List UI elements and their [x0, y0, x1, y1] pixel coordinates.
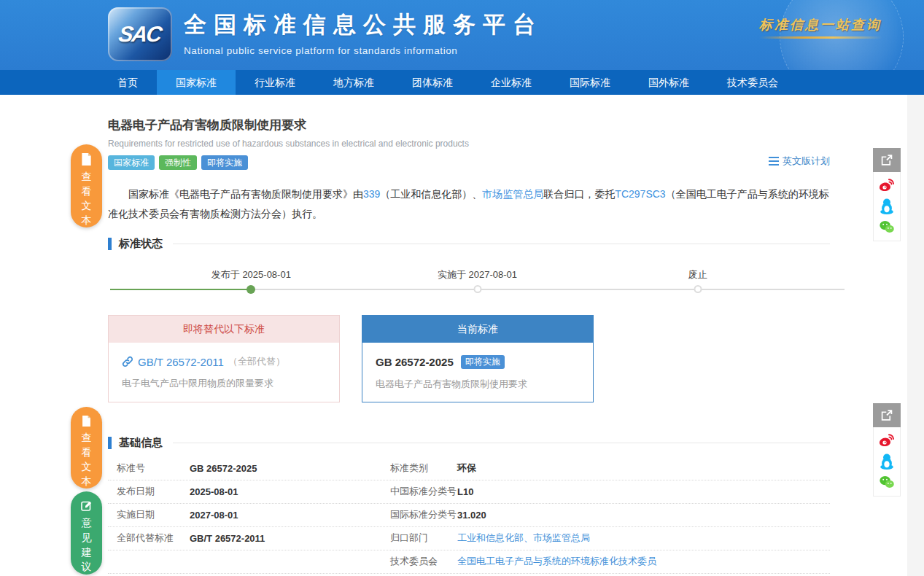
timeline-done-segment: [110, 289, 251, 290]
timeline-label: 废止: [688, 268, 707, 281]
info-row: 发布日期2025-08-01中国标准分类号L10: [108, 480, 830, 504]
weibo-icon[interactable]: [877, 432, 896, 449]
wechat-icon[interactable]: [877, 474, 896, 491]
replaced-standard-desc: 电子电气产品中限用物质的限量要求: [122, 377, 326, 390]
summary-link[interactable]: 339: [363, 188, 380, 200]
sac-logo-text: SAC: [117, 22, 163, 47]
replaced-standard-card: 即将替代以下标准 GB/T 26572-2011 （全部代替） 电子电气产品中限…: [108, 315, 340, 402]
current-standard-desc: 电器电子产品有害物质限制使用要求: [376, 378, 580, 391]
slogan-underline: [759, 36, 882, 39]
timeline-label: 实施于 2027-08-01: [438, 268, 517, 281]
nav-item-group-standards[interactable]: 团体标准: [393, 70, 472, 95]
view-text-label: 查看文本: [81, 430, 92, 489]
view-text-label: 查看文本: [81, 169, 92, 227]
english-version-plan-link[interactable]: 英文版计划: [769, 155, 830, 168]
timeline-node-pending: [694, 285, 702, 293]
standard-badge: 强制性: [159, 155, 197, 170]
standard-summary: 国家标准《电器电子产品有害物质限制使用要求》由339（工业和信息化部）、市场监管…: [108, 184, 830, 224]
info-value: 31.020: [457, 510, 830, 521]
section-bar: [108, 437, 112, 449]
page-title: 电器电子产品有害物质限制使用要求: [108, 117, 830, 133]
current-card-header: 当前标准: [362, 316, 593, 343]
site-slogan: 标准信息一站查询: [759, 16, 882, 39]
section-header-basic-info: 基础信息: [108, 436, 830, 450]
standard-badge: 国家标准: [108, 155, 155, 170]
status-timeline: 发布于 2025-08-01实施于 2027-08-01废止: [108, 260, 850, 300]
weibo-icon[interactable]: [877, 176, 896, 194]
nav-item-home[interactable]: 首页: [98, 70, 157, 95]
nav-item-enterprise-standards[interactable]: 企业标准: [472, 70, 551, 95]
share-button[interactable]: [873, 148, 901, 172]
summary-link[interactable]: TC297SC3: [615, 188, 665, 200]
info-label: 全部代替标准: [117, 532, 190, 545]
qq-icon[interactable]: [877, 452, 896, 471]
feedback-button[interactable]: 意见建议: [71, 491, 102, 575]
nav-item-technical-committees[interactable]: 技术委员会: [708, 70, 797, 95]
nav-item-industry-standards[interactable]: 行业标准: [236, 70, 314, 95]
replaced-standard-link[interactable]: GB/T 26572-2011: [138, 356, 224, 368]
nav-item-local-standards[interactable]: 地方标准: [314, 70, 393, 95]
summary-link[interactable]: 市场监管总局: [482, 188, 543, 200]
site-header: SAC 全国标准信息公共服务平台 National public service…: [0, 0, 924, 70]
summary-text: （工业和信息化部）、: [380, 188, 482, 200]
info-value-link[interactable]: 全国电工电子产品与系统的环境标准化技术委员: [457, 555, 830, 568]
info-label: 实施日期: [117, 508, 190, 521]
standard-badge: 即将实施: [201, 155, 248, 170]
section-divider: [173, 244, 830, 244]
replaced-card-body: GB/T 26572-2011 （全部代替） 电子电气产品中限用物质的限量要求: [109, 343, 339, 401]
nav-item-national-standards[interactable]: 国家标准: [157, 70, 236, 95]
status-badge: 即将实施: [461, 355, 505, 369]
section-divider: [173, 443, 830, 443]
info-value: 2027-08-01: [190, 510, 390, 521]
info-value-link[interactable]: 工业和信息化部、市场监管总局: [457, 532, 830, 545]
info-value: GB/T 26572-2011: [190, 533, 390, 544]
edit-icon: [81, 500, 93, 512]
info-value: 2025-08-01: [190, 486, 390, 497]
info-label: 国际标准分类号: [390, 508, 457, 521]
document-icon: [81, 153, 92, 166]
section-title-status: 标准状态: [119, 237, 163, 251]
timeline-line: 发布于 2025-08-01实施于 2027-08-01废止: [110, 289, 845, 290]
standard-cards: 即将替代以下标准 GB/T 26572-2011 （全部代替） 电子电气产品中限…: [108, 315, 830, 402]
english-version-plan-label: 英文版计划: [783, 155, 830, 168]
info-value: 环保: [457, 462, 830, 475]
timeline-node-pending: [473, 285, 481, 293]
site-brand: 全国标准信息公共服务平台 National public service pla…: [184, 9, 543, 56]
section-header-status: 标准状态: [108, 237, 830, 251]
qq-icon[interactable]: [877, 197, 896, 216]
share-widget: [873, 403, 901, 497]
info-row: 标准号GB 26572-2025标准类别环保: [108, 457, 830, 480]
site-slogan-text: 标准信息一站查询: [759, 17, 882, 32]
info-label: 发布日期: [117, 485, 190, 498]
chain-link-icon: [122, 356, 133, 367]
timeline-label: 发布于 2025-08-01: [211, 268, 291, 281]
current-standard-card: 当前标准 GB 26572-2025 即将实施 电器电子产品有害物质限制使用要求: [362, 315, 594, 402]
summary-text: 国家标准《电器电子产品有害物质限制使用要求》由: [128, 188, 363, 200]
share-widget: [873, 148, 901, 241]
info-label: 标准类别: [390, 462, 457, 475]
replaced-card-header: 即将替代以下标准: [109, 316, 339, 343]
share-panel: [873, 427, 901, 497]
view-text-button[interactable]: 查看文本: [71, 407, 102, 489]
basic-info-table: 标准号GB 26572-2025标准类别环保发布日期2025-08-01中国标准…: [108, 457, 830, 576]
main-nav: 首页国家标准行业标准地方标准团体标准企业标准国际标准国外标准技术委员会: [0, 70, 924, 95]
nav-item-foreign-standards[interactable]: 国外标准: [629, 70, 708, 95]
section-title-basic-info: 基础信息: [119, 436, 163, 450]
info-row: 实施日期2027-08-01国际标准分类号31.020: [108, 504, 830, 527]
view-text-button[interactable]: 查看文本: [71, 144, 102, 227]
section-bar: [108, 238, 112, 250]
current-standard-code: GB 26572-2025: [376, 356, 454, 368]
info-label: 中国标准分类号: [390, 485, 457, 498]
wechat-icon[interactable]: [877, 219, 896, 236]
info-value: GB 26572-2025: [190, 463, 390, 474]
current-card-body: GB 26572-2025 即将实施 电器电子产品有害物质限制使用要求: [362, 343, 593, 402]
replace-scope-note: （全部代替）: [228, 355, 285, 368]
nav-item-international-standards[interactable]: 国际标准: [551, 70, 629, 95]
page-title-en: Requirements for restricted use of hazar…: [108, 139, 830, 149]
site-title: 全国标准信息公共服务平台: [184, 9, 543, 40]
info-label: 标准号: [117, 462, 190, 475]
info-row: 全部代替标准GB/T 26572-2011归口部门工业和信息化部、市场监管总局: [108, 527, 830, 550]
sac-logo[interactable]: SAC: [108, 7, 172, 61]
summary-text: 联合归口，委托: [543, 188, 615, 200]
share-button[interactable]: [873, 403, 901, 427]
